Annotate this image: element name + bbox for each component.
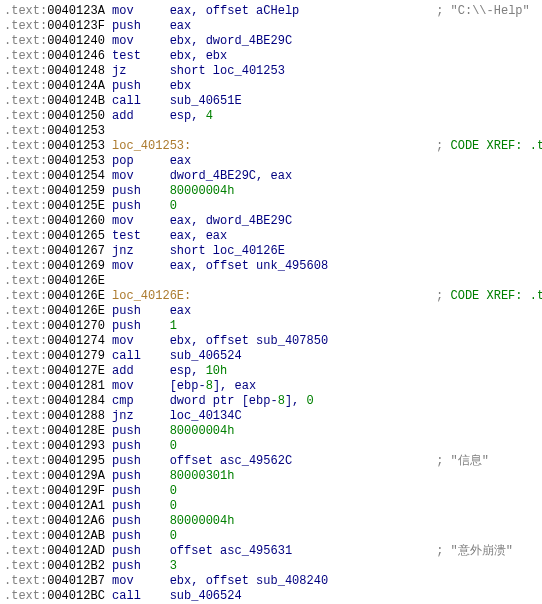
disassembly-line[interactable]: .text:00401279 call sub_406524 <box>4 349 538 364</box>
disassembly-line[interactable]: .text:00401253 pop eax <box>4 154 538 169</box>
disassembly-line[interactable]: .text:00401284 cmp dword ptr [ebp-8], 0 <box>4 394 538 409</box>
disassembly-line[interactable]: .text:0040123F push eax <box>4 19 538 34</box>
disassembly-line[interactable]: .text:0040129F push 0 <box>4 484 538 499</box>
disassembly-line[interactable]: .text:00401259 push 80000004h <box>4 184 538 199</box>
disassembly-line[interactable]: .text:004012A1 push 0 <box>4 499 538 514</box>
disassembly-line[interactable]: .text:004012B7 mov ebx, offset sub_40824… <box>4 574 538 589</box>
disassembly-line[interactable]: .text:0040126E push eax <box>4 304 538 319</box>
disassembly-line[interactable]: .text:00401250 add esp, 4 <box>4 109 538 124</box>
disassembly-line[interactable]: .text:00401295 push offset asc_49562C ; … <box>4 454 538 469</box>
disassembly-line[interactable]: .text:00401254 mov dword_4BE29C, eax <box>4 169 538 184</box>
disassembly-line[interactable]: .text:0040124B call sub_40651E <box>4 94 538 109</box>
disassembly-line[interactable]: .text:0040125E push 0 <box>4 199 538 214</box>
disassembly-line[interactable]: .text:00401253 <box>4 124 538 139</box>
disassembly-line[interactable]: .text:0040126E <box>4 274 538 289</box>
disassembly-line[interactable]: .text:004012A6 push 80000004h <box>4 514 538 529</box>
disassembly-line[interactable]: .text:00401265 test eax, eax <box>4 229 538 244</box>
disassembly-line[interactable]: .text:00401288 jnz loc_40134C <box>4 409 538 424</box>
disassembly-line[interactable]: .text:00401274 mov ebx, offset sub_40785… <box>4 334 538 349</box>
disassembly-line[interactable]: .text:00401246 test ebx, ebx <box>4 49 538 64</box>
disassembly-line[interactable]: .text:00401253 loc_401253: ; CODE XREF: … <box>4 139 538 154</box>
disassembly-line[interactable]: .text:00401293 push 0 <box>4 439 538 454</box>
disassembly-line[interactable]: .text:0040126E loc_40126E: ; CODE XREF: … <box>4 289 538 304</box>
disassembly-line[interactable]: .text:0040128E push 80000004h <box>4 424 538 439</box>
disassembly-line[interactable]: .text:004012AD push offset asc_495631 ; … <box>4 544 538 559</box>
disassembly-line[interactable]: .text:00401281 mov [ebp-8], eax <box>4 379 538 394</box>
disassembly-line[interactable]: .text:0040129A push 80000301h <box>4 469 538 484</box>
disassembly-line[interactable]: .text:00401260 mov eax, dword_4BE29C <box>4 214 538 229</box>
disassembly-line[interactable]: .text:00401269 mov eax, offset unk_49560… <box>4 259 538 274</box>
disassembly-line[interactable]: .text:0040123A mov eax, offset aCHelp ; … <box>4 4 538 19</box>
disassembly-line[interactable]: .text:00401270 push 1 <box>4 319 538 334</box>
disassembly-line[interactable]: .text:004012AB push 0 <box>4 529 538 544</box>
disassembly-line[interactable]: .text:0040127E add esp, 10h <box>4 364 538 379</box>
disassembly-line[interactable]: .text:00401267 jnz short loc_40126E <box>4 244 538 259</box>
disassembly-line[interactable]: .text:00401240 mov ebx, dword_4BE29C <box>4 34 538 49</box>
disassembly-listing: .text:0040123A mov eax, offset aCHelp ; … <box>0 0 542 604</box>
disassembly-line[interactable]: .text:004012B2 push 3 <box>4 559 538 574</box>
disassembly-line[interactable]: .text:004012BC call sub_406524 <box>4 589 538 604</box>
disassembly-line[interactable]: .text:0040124A push ebx <box>4 79 538 94</box>
disassembly-line[interactable]: .text:00401248 jz short loc_401253 <box>4 64 538 79</box>
